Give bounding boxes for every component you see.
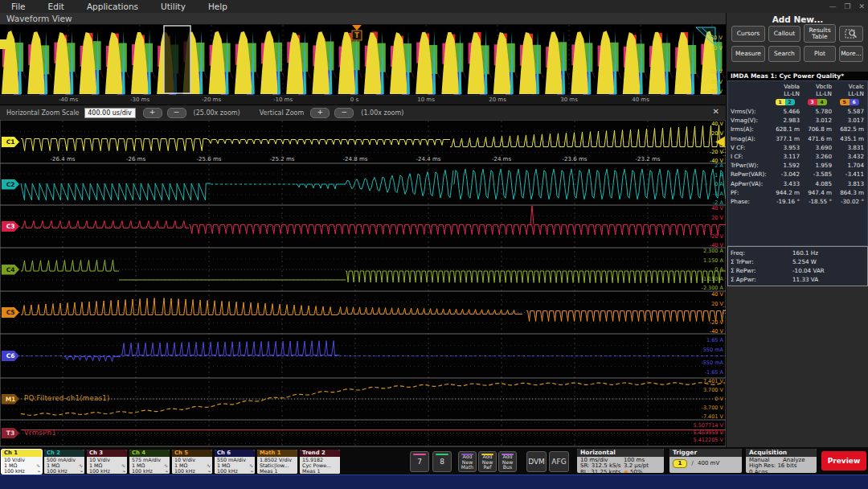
waveform-plot: 40 V20 V-20 V-40 V2 A1 A0 A-1 A-2 A40 V2… (0, 120, 726, 447)
close-icon[interactable]: ✕ (858, 2, 865, 10)
overview-scale-label: -10 V (709, 68, 723, 75)
overview-scale-label: 10 V (710, 45, 723, 51)
channel-badge-ch4[interactable]: Ch 4575 mA/div1 MΩ∿100 kHz⌁ (129, 450, 170, 474)
measure-button[interactable]: Measure (731, 46, 765, 62)
overview-zoom-box[interactable] (164, 26, 190, 93)
meas-value: 377.1 m (770, 135, 802, 144)
meas-summary-row: Σ RePwr:-10.04 VAR (728, 267, 867, 276)
zoomed-waveform-view: 40 V20 V-20 V-40 V2 A1 A0 A-1 A-2 A40 V2… (0, 120, 726, 447)
meas-value: 947.4 m (802, 189, 834, 198)
meas-row: V CF:3.9533.6903.831 (728, 144, 867, 153)
badge-color-stripe (413, 454, 426, 455)
menu-item-file[interactable]: File (0, 2, 37, 11)
scale-label-C6: 550 mA (703, 347, 724, 353)
results-table-button[interactable]: Results Table (804, 24, 836, 43)
meas-value: -3.585 (802, 171, 834, 179)
channel-badge-ch1[interactable]: Ch 110 V/div1 MΩ∿100 kHz⌁ (2, 450, 42, 474)
meas-row: TrPwr(W):1.5921.9591.704 (728, 162, 867, 171)
badge-scale: 15.9182 (300, 457, 340, 462)
meas-summary-label: Σ RePwr: (728, 267, 778, 276)
channel-badge-math1[interactable]: Math 11.8502 V/divStatic|low...Meas 1 (257, 450, 297, 474)
meas-row-label: I CF: (728, 153, 770, 162)
channel-badge-ch3[interactable]: Ch 310 V/div1 MΩ∿100 kHz⌁ (87, 450, 127, 474)
meas-row: RePwr(VAR):-3.042-3.585-3.411 (728, 171, 867, 179)
plot-button[interactable]: Plot (804, 46, 836, 62)
scale-label-M1: 7.401 V (703, 378, 724, 384)
meas-value: 3.117 (770, 153, 802, 162)
rising-edge-icon: ∕ (691, 460, 694, 466)
overview-cycle (131, 29, 155, 95)
meas-value: -3.042 (770, 171, 802, 179)
overview-scale-label: 20 V (710, 35, 723, 41)
button-dvm[interactable]: DVM (526, 451, 547, 472)
meas-row-label: Imag(A): (728, 135, 770, 144)
overview-cycle (468, 29, 492, 95)
overview-trigger-marker[interactable]: T (352, 25, 362, 40)
meas-row: Vrms(V):5.4665.7805.587 (728, 108, 867, 117)
hzoom-minus-button[interactable]: − (167, 108, 186, 118)
scale-label-C1: 40 V (711, 121, 723, 127)
badge-bandwidth: 100 kHz⌁ (172, 468, 212, 474)
hzoom-plus-button[interactable]: + (143, 108, 162, 118)
channel-badge-ch5[interactable]: Ch 510 V/div1 MΩ∿100 kHz⌁ (172, 450, 212, 474)
meas-row: Imag(A):377.1 m471.6 m435.1 m (728, 135, 867, 144)
panel-resize-handle[interactable]: ⁚⁚⁚⁚ (723, 150, 726, 161)
cursors-button[interactable]: Cursors (731, 26, 765, 42)
plot-time-label: -25.2 ms (270, 156, 295, 162)
overview-time-label: 10 ms (417, 97, 435, 103)
scale-label-C2: 1 A (714, 172, 723, 179)
zoom-close-icon[interactable]: ✕ (713, 107, 719, 116)
vzoom-plus-button[interactable]: + (310, 108, 330, 118)
meas-value: 3.813 (834, 180, 866, 189)
meas-row-label: TrPwr(W): (728, 162, 770, 171)
vzoom-minus-button[interactable]: − (334, 108, 354, 118)
menu-item-utility[interactable]: Utility (149, 2, 197, 11)
waveform-view-tab[interactable]: Waveform View (0, 13, 726, 25)
ac-coupling-icon: ∿ (249, 462, 253, 468)
meas-summary-label: Σ ApPwr: (728, 276, 778, 285)
search-button[interactable]: Search (768, 46, 800, 62)
channel-badge-ch2[interactable]: Ch 2500 mA/div1 MΩ∿100 kHz⌁ (44, 450, 84, 474)
overview-cycle (312, 31, 336, 95)
ac-coupling-icon: ∿ (79, 462, 83, 468)
horizontal-panel[interactable]: Horizontal 10 ms/div100 ms SR: 312.5 kS/… (577, 449, 664, 473)
zoom-select-button[interactable] (839, 26, 863, 42)
badge-impedance: 1 MΩ∿ (87, 462, 127, 468)
menu-item-edit[interactable]: Edit (37, 2, 76, 11)
scale-label-C4: 0 A (714, 266, 723, 273)
menu-item-applications[interactable]: Applications (76, 2, 149, 11)
more-button[interactable]: More... (839, 46, 863, 62)
button-add-new-ref[interactable]: Add New Ref (478, 451, 497, 472)
badge-impedance: Static|low... (257, 462, 297, 468)
button-afg[interactable]: AFG (549, 451, 569, 472)
meas-summary-row: Freq:160.1 Hz (728, 249, 867, 258)
acquisition-panel[interactable]: Acquisition ManualAnalyze High Res: 16 b… (746, 449, 817, 473)
overview-cycle (338, 31, 362, 95)
button-add-new-bus[interactable]: Add New Bus (498, 451, 517, 472)
meas-value: 3.017 (834, 117, 866, 125)
minimize-icon[interactable]: — (829, 2, 836, 10)
hzoom-scale-input[interactable]: 400.00 us/div (84, 108, 136, 118)
button-8[interactable]: 8 (432, 451, 452, 472)
meas-value: 706.8 m (802, 125, 834, 134)
button-7[interactable]: 7 (410, 451, 429, 472)
badge-impedance: 1 MΩ∿ (44, 462, 84, 468)
channel-badge-ch6[interactable]: Ch 6550 mA/div1 MΩ∿100 kHz⌁ (215, 450, 255, 474)
maximize-icon[interactable]: ❐ (844, 2, 850, 10)
imda-meas-summary: Freq:160.1 HzΣ TrPwr:5.254 WΣ RePwr:-10.… (727, 246, 868, 286)
record-length: RL: 31.25 kpts (580, 470, 624, 473)
plot-time-label: -24.8 ms (343, 156, 368, 162)
preview-button[interactable]: Preview (821, 451, 866, 471)
imda-meas-title[interactable]: IMDA Meas 1: Cyc Power Quality* (727, 72, 868, 80)
callout-button[interactable]: Callout (768, 26, 800, 42)
vzoom-factor: (1.00x zoom) (361, 109, 403, 117)
meas-value: -19.16 ° (770, 198, 802, 207)
waveform-overview[interactable]: T20 V10 V-10 V-20 V-30 V (0, 25, 726, 95)
scale-label-C3: -20 V (710, 233, 724, 240)
panel-resize-handle[interactable]: ⁚⁚⁚⁚ (723, 307, 726, 318)
button-add-new-math[interactable]: Add New Math (458, 451, 477, 472)
badge-scale: 10 V/div (2, 457, 42, 462)
trigger-panel[interactable]: Trigger 1 ∕ 400 mV (669, 449, 742, 473)
channel-badge-trend2[interactable]: Trend 215.9182Cyc Powe...Meas 1 (300, 450, 340, 474)
menu-item-help[interactable]: Help (197, 2, 239, 11)
